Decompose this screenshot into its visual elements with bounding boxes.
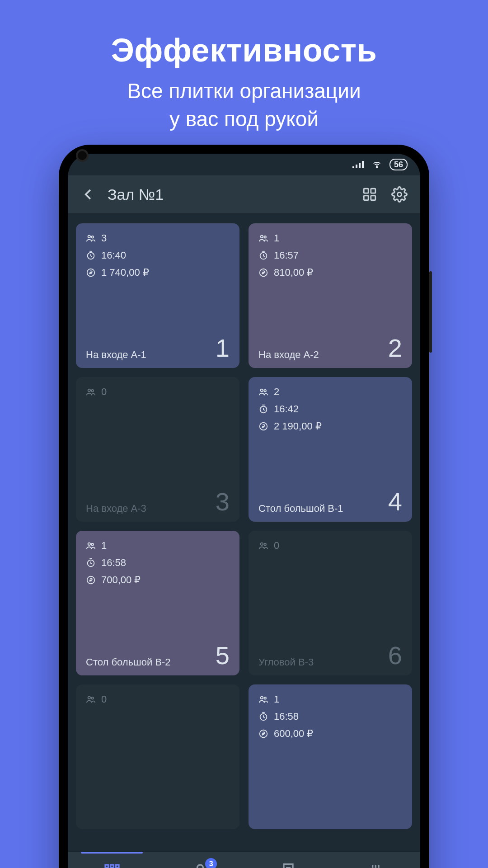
table-tile[interactable]: 316:401 740,00 ₽На входе А-11 — [76, 223, 239, 368]
nav-tiles[interactable]: Плитки — [68, 852, 156, 868]
tile-name: Угловой В-3 — [258, 656, 314, 668]
svg-point-17 — [264, 390, 266, 392]
tiles-icon — [103, 863, 121, 868]
phone-camera — [76, 149, 89, 162]
tile-guests: 0 — [86, 386, 230, 398]
tile-name: На входе А-1 — [86, 349, 146, 361]
tile-grid: 316:401 740,00 ₽На входе А-11116:57810,0… — [76, 223, 412, 829]
svg-point-28 — [261, 697, 263, 699]
svg-point-5 — [398, 193, 402, 197]
signal-icon — [352, 160, 364, 169]
tile-number: 3 — [216, 489, 230, 514]
nav-receipts[interactable]: Чеки — [244, 852, 332, 868]
grid-icon — [362, 187, 377, 202]
tile-amount: 600,00 ₽ — [258, 728, 402, 740]
tile-time: 16:57 — [258, 250, 402, 261]
tile-guests: 1 — [258, 693, 402, 705]
svg-rect-1 — [364, 189, 368, 193]
table-tile[interactable]: 0 — [76, 684, 239, 829]
svg-point-26 — [88, 697, 91, 699]
svg-point-7 — [91, 236, 94, 238]
tile-time: 16:42 — [258, 403, 402, 415]
hero-title: Эффективность — [0, 32, 488, 69]
tile-guests: 3 — [86, 232, 230, 244]
svg-point-15 — [91, 390, 94, 392]
svg-rect-34 — [116, 865, 119, 868]
tile-time: 16:58 — [258, 711, 402, 722]
tile-number: 6 — [388, 643, 402, 668]
table-tile[interactable]: 0Угловой В-36 — [249, 531, 412, 675]
tile-time: 16:58 — [86, 557, 230, 569]
tile-name: На входе А-2 — [258, 349, 319, 361]
battery-indicator: 56 — [389, 159, 408, 170]
phone-frame: 56 Зал №1 316:401 740,00 ₽На входе А-111… — [59, 145, 429, 868]
hero-subtitle: Все плитки организации у вас под рукой — [0, 77, 488, 133]
table-tile[interactable]: 116:57810,00 ₽На входе А-22 — [249, 223, 412, 368]
table-tile[interactable]: 116:58600,00 ₽ — [249, 684, 412, 829]
tile-amount: 1 740,00 ₽ — [86, 267, 230, 278]
svg-point-14 — [88, 389, 91, 392]
svg-rect-2 — [371, 189, 375, 193]
tile-name: Стол большой В-1 — [258, 503, 343, 514]
svg-point-20 — [88, 543, 91, 546]
svg-point-10 — [261, 236, 263, 238]
status-bar: 56 — [68, 154, 420, 175]
svg-rect-3 — [364, 196, 368, 200]
svg-rect-33 — [110, 865, 113, 868]
nav-reservations[interactable]: 3 Брони — [156, 852, 244, 868]
svg-point-21 — [91, 543, 94, 546]
tile-amount: 810,00 ₽ — [258, 267, 402, 278]
table-tile[interactable]: 216:422 190,00 ₽Стол большой В-14 — [249, 377, 412, 522]
settings-button[interactable] — [389, 184, 410, 205]
svg-point-24 — [261, 543, 263, 546]
tile-amount: 700,00 ₽ — [86, 574, 230, 586]
tile-guests: 2 — [258, 386, 402, 398]
svg-point-16 — [261, 389, 263, 392]
bottom-nav: Плитки 3 Брони Чеки Позиции — [68, 851, 420, 868]
layout-button[interactable] — [359, 184, 380, 205]
tile-guests: 1 — [86, 540, 230, 552]
chevron-left-icon — [82, 188, 95, 201]
tile-number: 4 — [388, 489, 402, 514]
cup-icon — [367, 863, 385, 868]
svg-point-6 — [88, 236, 91, 238]
tile-guests: 0 — [86, 693, 230, 705]
page-title: Зал №1 — [108, 186, 351, 203]
tile-guests: 1 — [258, 232, 402, 244]
svg-point-25 — [264, 543, 266, 546]
svg-rect-4 — [371, 196, 375, 200]
receipt-icon — [279, 863, 297, 868]
gear-icon — [391, 186, 408, 203]
tile-amount: 2 190,00 ₽ — [258, 420, 402, 432]
svg-rect-32 — [105, 865, 108, 868]
tile-scroll[interactable]: 316:401 740,00 ₽На входе А-11116:57810,0… — [68, 214, 420, 851]
svg-point-29 — [264, 697, 266, 699]
tile-name: На входе А-3 — [86, 503, 146, 514]
phone-screen: 56 Зал №1 316:401 740,00 ₽На входе А-111… — [68, 154, 420, 868]
table-tile[interactable]: 116:58700,00 ₽Стол большой В-25 — [76, 531, 239, 675]
tile-number: 5 — [216, 643, 230, 668]
hero: Эффективность Все плитки организации у в… — [0, 0, 488, 133]
nav-positions[interactable]: Позиции — [332, 852, 420, 868]
back-button[interactable] — [78, 184, 99, 205]
wifi-icon — [371, 160, 383, 169]
tile-time: 16:40 — [86, 250, 230, 261]
tile-number: 2 — [388, 335, 402, 361]
tile-guests: 0 — [258, 540, 402, 552]
top-bar: Зал №1 — [68, 175, 420, 214]
tile-number: 1 — [216, 335, 230, 361]
tile-name: Стол большой В-2 — [86, 656, 171, 668]
svg-point-0 — [376, 167, 378, 168]
svg-point-11 — [264, 236, 266, 238]
nav-badge: 3 — [205, 858, 217, 868]
table-tile[interactable]: 0На входе А-33 — [76, 377, 239, 522]
svg-point-27 — [91, 697, 94, 699]
